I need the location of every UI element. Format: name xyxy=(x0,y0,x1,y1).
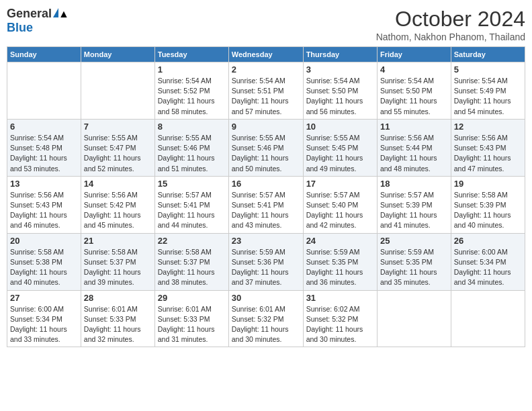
location-subtitle: Nathom, Nakhon Phanom, Thailand xyxy=(376,32,525,42)
day-info: Sunrise: 6:01 AMSunset: 5:33 PMDaylight:… xyxy=(84,304,152,345)
day-info-line: Daylight: 11 hours and 37 minutes. xyxy=(232,268,289,286)
day-info-line: Sunset: 5:46 PM xyxy=(232,144,284,152)
calendar-cell: 16Sunrise: 5:57 AMSunset: 5:41 PMDayligh… xyxy=(228,176,303,233)
day-info-line: Sunset: 5:49 PM xyxy=(454,87,506,95)
day-info-line: Sunrise: 6:00 AM xyxy=(10,305,64,313)
day-info-line: Sunrise: 5:58 AM xyxy=(84,248,138,256)
day-info-line: Daylight: 11 hours and 30 minutes. xyxy=(306,325,363,343)
calendar-cell: 24Sunrise: 5:59 AMSunset: 5:35 PMDayligh… xyxy=(303,233,377,290)
day-info-line: Daylight: 11 hours and 51 minutes. xyxy=(158,154,215,172)
day-info: Sunrise: 5:57 AMSunset: 5:41 PMDaylight:… xyxy=(232,190,300,231)
day-info-line: Daylight: 11 hours and 34 minutes. xyxy=(454,268,511,286)
calendar-week-row: 1Sunrise: 5:54 AMSunset: 5:52 PMDaylight… xyxy=(7,62,525,120)
day-info: Sunrise: 5:55 AMSunset: 5:45 PMDaylight:… xyxy=(306,133,374,174)
day-info-line: Sunrise: 5:57 AM xyxy=(306,191,360,199)
day-info-line: Daylight: 11 hours and 32 minutes. xyxy=(84,325,141,343)
day-info-line: Sunrise: 5:56 AM xyxy=(10,191,64,199)
day-info: Sunrise: 5:57 AMSunset: 5:39 PMDaylight:… xyxy=(380,190,448,231)
calendar-cell: 23Sunrise: 5:59 AMSunset: 5:36 PMDayligh… xyxy=(228,233,303,290)
calendar-cell: 2Sunrise: 5:54 AMSunset: 5:51 PMDaylight… xyxy=(228,62,303,120)
page-header: General ▲ Blue October 2024 Nathom, Nakh… xyxy=(7,7,525,42)
day-info-line: Daylight: 11 hours and 49 minutes. xyxy=(306,154,363,172)
day-number: 27 xyxy=(10,293,78,303)
logo-general-text: General xyxy=(7,7,52,21)
day-info-line: Sunrise: 5:54 AM xyxy=(232,77,285,85)
day-number: 9 xyxy=(232,122,300,132)
calendar-cell: 19Sunrise: 5:58 AMSunset: 5:39 PMDayligh… xyxy=(451,176,525,233)
day-info-line: Sunrise: 5:58 AM xyxy=(158,248,212,256)
day-info-line: Sunrise: 5:54 AM xyxy=(10,134,64,142)
weekday-header-row: SundayMondayTuesdayWednesdayThursdayFrid… xyxy=(7,47,525,62)
logo-icon: ▲ xyxy=(53,8,58,17)
day-info-line: Daylight: 11 hours and 31 minutes. xyxy=(158,325,215,343)
day-info: Sunrise: 5:56 AMSunset: 5:43 PMDaylight:… xyxy=(10,190,78,231)
day-number: 17 xyxy=(306,179,374,189)
day-number: 29 xyxy=(158,293,226,303)
day-info-line: Sunset: 5:34 PM xyxy=(454,258,506,266)
calendar-cell xyxy=(377,290,451,347)
calendar-cell: 18Sunrise: 5:57 AMSunset: 5:39 PMDayligh… xyxy=(377,176,451,233)
calendar-table: SundayMondayTuesdayWednesdayThursdayFrid… xyxy=(7,46,525,347)
day-info-line: Daylight: 11 hours and 38 minutes. xyxy=(158,268,215,286)
day-number: 14 xyxy=(84,179,152,189)
day-info-line: Daylight: 11 hours and 40 minutes. xyxy=(454,211,511,229)
day-info-line: Sunrise: 5:59 AM xyxy=(306,248,360,256)
day-number: 31 xyxy=(306,293,374,303)
day-info-line: Sunset: 5:48 PM xyxy=(10,144,62,152)
day-info-line: Sunrise: 5:54 AM xyxy=(454,77,508,85)
day-info-line: Sunrise: 5:56 AM xyxy=(84,191,138,199)
day-number: 20 xyxy=(10,236,78,246)
day-number: 23 xyxy=(232,236,300,246)
day-info-line: Sunset: 5:32 PM xyxy=(232,315,284,323)
day-number: 21 xyxy=(84,236,152,246)
day-number: 5 xyxy=(454,64,522,75)
day-info-line: Sunset: 5:37 PM xyxy=(158,258,210,266)
day-number: 22 xyxy=(158,236,226,246)
day-info: Sunrise: 5:55 AMSunset: 5:47 PMDaylight:… xyxy=(84,133,152,174)
day-number: 6 xyxy=(10,122,78,132)
calendar-cell: 15Sunrise: 5:57 AMSunset: 5:41 PMDayligh… xyxy=(154,176,228,233)
day-info-line: Sunrise: 5:54 AM xyxy=(380,77,434,85)
day-info-line: Daylight: 11 hours and 41 minutes. xyxy=(380,211,437,229)
day-info-line: Daylight: 11 hours and 54 minutes. xyxy=(454,97,511,115)
day-info: Sunrise: 6:00 AMSunset: 5:34 PMDaylight:… xyxy=(454,247,522,288)
day-info-line: Daylight: 11 hours and 40 minutes. xyxy=(10,268,67,286)
day-number: 28 xyxy=(84,293,152,303)
day-number: 18 xyxy=(380,179,448,189)
calendar-cell: 17Sunrise: 5:57 AMSunset: 5:40 PMDayligh… xyxy=(303,176,377,233)
day-number: 4 xyxy=(380,64,448,75)
day-info: Sunrise: 5:56 AMSunset: 5:44 PMDaylight:… xyxy=(380,133,448,174)
day-number: 26 xyxy=(454,236,522,246)
day-info: Sunrise: 5:59 AMSunset: 5:35 PMDaylight:… xyxy=(380,247,448,288)
day-info-line: Sunrise: 5:58 AM xyxy=(454,191,508,199)
day-info-line: Sunrise: 5:59 AM xyxy=(380,248,434,256)
day-info-line: Sunset: 5:46 PM xyxy=(158,144,210,152)
calendar-cell: 22Sunrise: 5:58 AMSunset: 5:37 PMDayligh… xyxy=(154,233,228,290)
calendar-cell xyxy=(451,290,525,347)
day-info: Sunrise: 5:55 AMSunset: 5:46 PMDaylight:… xyxy=(158,133,226,174)
day-info-line: Sunrise: 5:57 AM xyxy=(158,191,212,199)
day-info: Sunrise: 5:59 AMSunset: 5:36 PMDaylight:… xyxy=(232,247,300,288)
day-info-line: Sunset: 5:41 PM xyxy=(158,201,210,209)
calendar-cell: 30Sunrise: 6:01 AMSunset: 5:32 PMDayligh… xyxy=(228,290,303,347)
day-info-line: Sunrise: 5:55 AM xyxy=(306,134,360,142)
day-info-line: Daylight: 11 hours and 48 minutes. xyxy=(380,154,437,172)
day-info-line: Daylight: 11 hours and 47 minutes. xyxy=(454,154,511,172)
day-info-line: Daylight: 11 hours and 55 minutes. xyxy=(380,97,437,115)
day-info-line: Sunrise: 5:55 AM xyxy=(232,134,285,142)
day-number: 19 xyxy=(454,179,522,189)
day-info-line: Sunset: 5:51 PM xyxy=(232,87,284,95)
calendar-cell: 6Sunrise: 5:54 AMSunset: 5:48 PMDaylight… xyxy=(7,119,81,176)
day-info-line: Sunset: 5:32 PM xyxy=(306,315,359,323)
day-info-line: Sunset: 5:44 PM xyxy=(380,144,433,152)
day-number: 11 xyxy=(380,122,448,132)
day-info-line: Daylight: 11 hours and 45 minutes. xyxy=(84,211,141,229)
day-info-line: Daylight: 11 hours and 35 minutes. xyxy=(380,268,437,286)
day-info-line: Daylight: 11 hours and 43 minutes. xyxy=(232,211,289,229)
day-info: Sunrise: 5:58 AMSunset: 5:39 PMDaylight:… xyxy=(454,190,522,231)
day-info-line: Sunset: 5:39 PM xyxy=(380,201,433,209)
day-info-line: Daylight: 11 hours and 36 minutes. xyxy=(306,268,363,286)
calendar-cell: 29Sunrise: 6:01 AMSunset: 5:33 PMDayligh… xyxy=(154,290,228,347)
day-number: 12 xyxy=(454,122,522,132)
month-title: October 2024 xyxy=(376,7,525,32)
